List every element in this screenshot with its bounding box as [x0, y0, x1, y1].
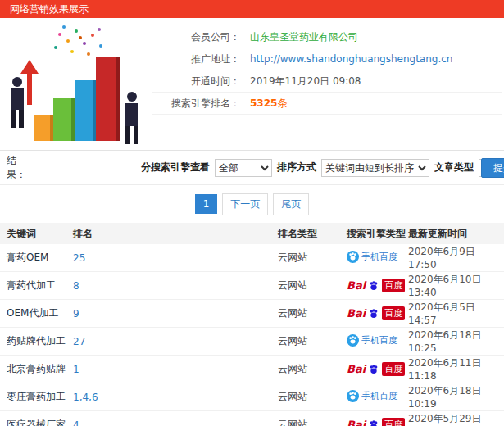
sort-filter-label: 排序方式: [277, 161, 316, 174]
rank-type: 云网站: [278, 252, 307, 263]
ranking-table: 关键词 排名 排名类型 搜索引擎类型 最新更新时间 膏药OEM 25 云网站 手…: [0, 223, 504, 426]
result-label: 结果：: [7, 154, 26, 182]
rank-type: 云网站: [278, 307, 307, 319]
rank-link[interactable]: 1: [73, 364, 79, 375]
mobile-baidu-badge: 手机百度: [347, 334, 397, 347]
baidu-logo-text: Bai: [347, 279, 366, 292]
last-page-button[interactable]: 尾页: [273, 193, 309, 215]
table-row: 枣庄膏药加工 1,4,6 云网站 手机百度 Bai: [0, 383, 504, 411]
col-rank-type: 排名类型: [277, 223, 346, 244]
rank-link[interactable]: 27: [73, 336, 85, 347]
baidu-logo-cjk: 百度: [382, 279, 405, 292]
col-updated: 最新更新时间: [407, 223, 504, 244]
info-row-company: 会员公司： 山东皇圣堂药业有限公司: [152, 26, 502, 48]
rank-count-suffix: 条: [277, 97, 287, 111]
rank-type: 云网站: [278, 363, 307, 374]
mobile-baidu-label: 手机百度: [361, 251, 397, 263]
page-title-bar: 网络营销效果展示: [0, 0, 504, 18]
promo-url-label: 推广地址：: [152, 52, 240, 66]
table-row: 北京膏药贴牌 1 云网站 手机百度 Bai: [0, 356, 504, 383]
member-info-section: 会员公司： 山东皇圣堂药业有限公司 推广地址： http://www.shand…: [0, 18, 504, 151]
keyword-link[interactable]: 药贴牌代加工: [7, 335, 66, 347]
open-time-label: 开通时间：: [152, 75, 240, 88]
bar-chart-illustration: [2, 23, 150, 146]
keyword-link[interactable]: 医疗器械厂家: [7, 419, 66, 426]
open-time-value: 2019年11月20日 09:08: [250, 75, 361, 88]
baidu-badge: Bai 百度: [347, 306, 405, 320]
baidu-badge: Bai 百度: [347, 418, 405, 426]
info-row-url: 推广地址： http://www.shandonghuangshengtang.…: [152, 48, 502, 70]
mobile-baidu-badge: 手机百度: [347, 251, 397, 263]
submit-button[interactable]: 提交: [481, 158, 504, 178]
keyword-link[interactable]: OEM代加工: [7, 307, 58, 319]
baidu-logo-text: Bai: [347, 363, 366, 375]
rank-link[interactable]: 4: [73, 419, 79, 426]
mobile-baidu-label: 手机百度: [361, 334, 397, 347]
baidu-logo-cjk: 百度: [382, 418, 405, 426]
filter-bar: 结果： 分搜索引擎查看 全部 排序方式 关键词由短到长排序 文章类型 全部 提交: [0, 151, 504, 185]
rank-type: 云网站: [278, 335, 307, 347]
col-engine-type: 搜索引擎类型: [346, 223, 407, 244]
baidu-badge: Bai 百度: [347, 362, 405, 376]
article-type-label: 文章类型: [434, 161, 474, 174]
table-row: OEM代加工 9 云网站 手机百度 Bai: [0, 300, 504, 328]
rank-type: 云网站: [278, 391, 307, 402]
updated-time: 2020年5月29日 10:32: [408, 413, 481, 426]
rank-count-label: 搜索引擎排名：: [152, 97, 240, 111]
updated-time: 2020年6月18日 10:19: [408, 385, 481, 410]
updated-time: 2020年6月18日 10:25: [408, 329, 481, 354]
table-header-row: 关键词 排名 排名类型 搜索引擎类型 最新更新时间: [0, 223, 504, 244]
company-label: 会员公司：: [152, 30, 240, 44]
engine-filter-select[interactable]: 全部: [215, 159, 272, 177]
info-row-rank-count: 搜索引擎排名： 5325 条: [152, 93, 502, 115]
mobile-baidu-label: 手机百度: [361, 390, 397, 402]
baidu-logo-cjk: 百度: [382, 362, 405, 376]
baidu-paw-icon: [368, 280, 379, 292]
keyword-link[interactable]: 膏药OEM: [7, 252, 48, 263]
table-row: 药贴牌代加工 27 云网站 手机百度 Bai: [0, 328, 504, 356]
table-row: 膏药OEM 25 云网站 手机百度 Bai: [0, 244, 504, 272]
sort-filter-select[interactable]: 关键词由短到长排序: [321, 159, 429, 177]
rank-link[interactable]: 25: [73, 252, 85, 264]
mobile-baidu-badge: 手机百度: [347, 390, 397, 402]
baidu-paw-icon: [368, 419, 379, 426]
rank-count-value: 5325: [250, 97, 277, 109]
table-body: 膏药OEM 25 云网站 手机百度 Bai: [0, 244, 504, 426]
updated-time: 2020年6月11日 11:18: [408, 357, 481, 382]
page: 网络营销效果展示: [0, 0, 504, 426]
baidu-paw-icon: [368, 308, 379, 320]
keyword-link[interactable]: 北京膏药贴牌: [7, 363, 66, 374]
updated-time: 2020年6月10日 13:40: [408, 274, 481, 298]
next-page-button[interactable]: 下一页: [222, 193, 268, 215]
pagination: 1 下一页 尾页: [0, 185, 504, 223]
baidu-paw-icon: [368, 364, 379, 375]
engine-filter-label: 分搜索引擎查看: [141, 161, 210, 174]
updated-time: 2020年6月9日 17:50: [408, 246, 475, 270]
member-info-list: 会员公司： 山东皇圣堂药业有限公司 推广地址： http://www.shand…: [152, 18, 504, 150]
keyword-link[interactable]: 枣庄膏药加工: [7, 391, 66, 402]
promo-graphic: [0, 18, 152, 150]
page-number-current[interactable]: 1: [195, 194, 218, 214]
info-row-open-time: 开通时间： 2019年11月20日 09:08: [152, 70, 502, 93]
keyword-link[interactable]: 膏药代加工: [7, 279, 56, 291]
col-rank: 排名: [72, 223, 277, 244]
filter-controls: 分搜索引擎查看 全部 排序方式 关键词由短到长排序 文章类型 全部: [141, 159, 504, 177]
table-row: 膏药代加工 8 云网站 手机百度 Bai: [0, 272, 504, 300]
updated-time: 2020年6月5日 14:57: [408, 301, 475, 326]
company-link[interactable]: 山东皇圣堂药业有限公司: [250, 30, 358, 44]
mobile-baidu-paw-icon: [347, 251, 359, 263]
page-title: 网络营销效果展示: [10, 3, 89, 15]
rank-link[interactable]: 8: [73, 280, 79, 292]
baidu-logo-cjk: 百度: [382, 306, 405, 320]
rank-type: 云网站: [278, 279, 307, 291]
rank-type: 云网站: [278, 419, 307, 426]
mobile-baidu-paw-icon: [347, 334, 359, 347]
col-keyword: 关键词: [0, 223, 72, 244]
baidu-badge: Bai 百度: [347, 279, 405, 292]
baidu-logo-text: Bai: [347, 307, 366, 320]
baidu-logo-text: Bai: [347, 419, 366, 426]
rank-link[interactable]: 9: [73, 308, 79, 320]
table-row: 医疗器械厂家 4 云网站 手机百度 Bai: [0, 411, 504, 426]
rank-link[interactable]: 1,4,6: [73, 392, 98, 403]
promo-url-link[interactable]: http://www.shandonghuangshengtang.cn: [250, 53, 452, 65]
